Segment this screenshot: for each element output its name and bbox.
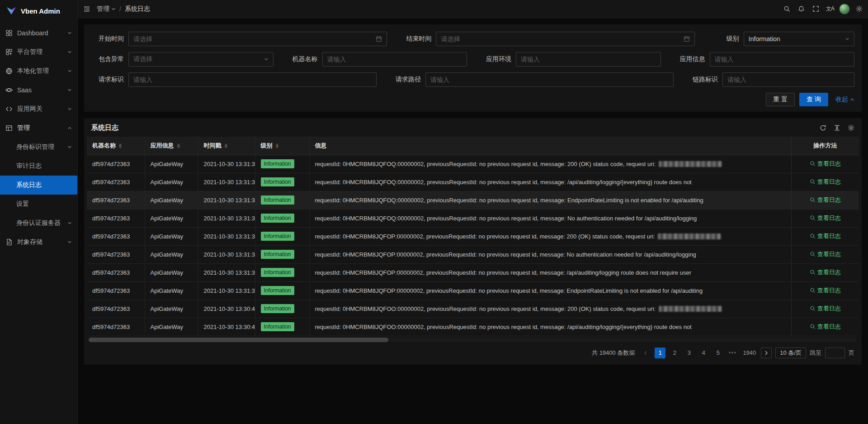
- jump-suffix: 页: [849, 349, 854, 357]
- sidebar-item[interactable]: 系统日志: [0, 176, 77, 195]
- cell-app: ApiGateWay: [145, 227, 198, 245]
- sidebar-item[interactable]: 设置: [0, 195, 77, 214]
- text-input-wrap[interactable]: [516, 52, 661, 67]
- view-log-link[interactable]: 查看日志: [810, 160, 841, 168]
- date-picker[interactable]: [128, 32, 387, 46]
- text-input[interactable]: [133, 76, 372, 83]
- next-page-button[interactable]: [761, 348, 772, 358]
- view-log-link[interactable]: 查看日志: [810, 286, 841, 295]
- select[interactable]: Information: [744, 32, 854, 46]
- sidebar-item[interactable]: 对象存储: [0, 233, 77, 252]
- jump-input[interactable]: [825, 348, 845, 358]
- chevron-up-icon: [67, 126, 72, 130]
- settings-icon[interactable]: [852, 0, 866, 18]
- view-log-link[interactable]: 查看日志: [810, 214, 841, 222]
- sort-icon[interactable]: [118, 143, 122, 148]
- level-badge: Information: [261, 304, 294, 313]
- text-input[interactable]: [727, 76, 849, 83]
- view-log-link[interactable]: 查看日志: [810, 232, 841, 240]
- page-button[interactable]: 3: [684, 348, 694, 358]
- text-input-wrap[interactable]: [425, 72, 674, 87]
- jump-label: 跳至: [810, 349, 821, 357]
- level-badge: Information: [261, 195, 294, 205]
- text-input-wrap[interactable]: [722, 72, 854, 87]
- column-header: 操作方法: [791, 137, 859, 155]
- sort-icon[interactable]: [224, 143, 228, 148]
- date-picker[interactable]: [436, 32, 694, 46]
- cell-level: Information: [255, 263, 309, 281]
- column-header[interactable]: 应用信息: [145, 137, 198, 155]
- sidebar-item[interactable]: 审计日志: [0, 157, 77, 176]
- logo[interactable]: Vben Admin: [0, 0, 77, 22]
- settings-icon[interactable]: [848, 124, 854, 131]
- text-input-wrap[interactable]: [710, 52, 855, 67]
- sidebar-item-label: 本地化管理: [17, 67, 63, 75]
- filter-panel: 开始时间结束时间级别Information包含异常请选择机器名称应用环境应用信息…: [84, 24, 862, 112]
- text-input[interactable]: [521, 56, 656, 63]
- sidebar-item[interactable]: 本地化管理: [0, 62, 77, 81]
- view-log-link[interactable]: 查看日志: [810, 196, 841, 204]
- page-button[interactable]: 1: [655, 348, 665, 358]
- column-header[interactable]: 时间戳: [198, 137, 255, 155]
- view-log-link[interactable]: 查看日志: [810, 250, 841, 258]
- search-icon[interactable]: [779, 0, 794, 18]
- cell-timestamp: 2021-10-30 13:31:38: [198, 191, 255, 209]
- column-header[interactable]: 级别: [255, 137, 309, 155]
- cell-app: ApiGateWay: [145, 173, 198, 191]
- page-button[interactable]: 1940: [741, 348, 757, 358]
- avatar[interactable]: [837, 0, 852, 18]
- fullscreen-icon[interactable]: [808, 0, 823, 18]
- column-header-label: 时间戳: [204, 142, 222, 149]
- pagination: 共 19400 条数据12345•••194010 条/页跳至页: [84, 342, 862, 361]
- sidebar-item[interactable]: 身份标识管理: [0, 138, 77, 157]
- cell-app: ApiGateWay: [145, 191, 198, 209]
- page-button[interactable]: 5: [712, 348, 723, 358]
- sidebar-item-label: 审计日志: [16, 162, 72, 170]
- cell-app: ApiGateWay: [145, 300, 198, 318]
- cell-action: 查看日志: [791, 191, 859, 209]
- breadcrumb-item[interactable]: 管理: [97, 5, 116, 13]
- cell-message: requestId: 0HMCRBM8JQFOQ:00000002, previ…: [309, 209, 791, 227]
- view-log-link[interactable]: 查看日志: [810, 268, 841, 276]
- prev-page-button[interactable]: [640, 348, 651, 358]
- bell-icon[interactable]: [794, 0, 808, 18]
- cell-machine: df5974d72363: [87, 300, 145, 318]
- text-input-wrap[interactable]: [128, 72, 377, 87]
- select[interactable]: 请选择: [128, 52, 274, 67]
- sidebar-item[interactable]: 管理: [0, 119, 77, 138]
- sort-icon[interactable]: [177, 143, 180, 148]
- sidebar-item[interactable]: 应用网关: [0, 100, 77, 119]
- text-input-wrap[interactable]: [322, 52, 467, 67]
- horizontal-scrollbar[interactable]: [89, 338, 857, 342]
- page-button[interactable]: 2: [669, 348, 680, 358]
- text-input[interactable]: [327, 56, 462, 63]
- reset-button[interactable]: 重 置: [766, 93, 795, 106]
- sidebar-item[interactable]: Dashboard: [0, 24, 77, 43]
- sort-icon[interactable]: [275, 143, 279, 148]
- column-height-icon[interactable]: [834, 124, 840, 131]
- view-log-link[interactable]: 查看日志: [810, 323, 841, 331]
- cell-action: 查看日志: [791, 245, 859, 263]
- scrollbar-thumb[interactable]: [89, 338, 388, 342]
- chevron-down-icon: [67, 145, 72, 149]
- sidebar-item[interactable]: Saas: [0, 81, 77, 100]
- sidebar-item[interactable]: 身份认证服务器: [0, 214, 77, 233]
- query-button[interactable]: 查 询: [799, 93, 828, 106]
- text-input[interactable]: [715, 56, 850, 63]
- refresh-icon[interactable]: [820, 124, 826, 131]
- page-button[interactable]: 4: [698, 348, 709, 358]
- view-log-link[interactable]: 查看日志: [810, 178, 841, 186]
- saas-icon: [5, 86, 13, 94]
- collapse-link[interactable]: 收起: [835, 95, 854, 104]
- view-log-label: 查看日志: [817, 305, 841, 313]
- menu-fold-icon[interactable]: [83, 5, 90, 13]
- view-log-link[interactable]: 查看日志: [810, 305, 841, 313]
- translate-icon[interactable]: 文A: [823, 0, 837, 18]
- column-header[interactable]: 机器名称: [87, 137, 145, 155]
- date-input[interactable]: [441, 35, 680, 43]
- page-size-select[interactable]: 10 条/页: [775, 348, 806, 358]
- text-input[interactable]: [430, 76, 669, 83]
- sidebar-item[interactable]: 平台管理: [0, 43, 77, 62]
- date-input[interactable]: [133, 35, 373, 43]
- page-button[interactable]: •••: [727, 348, 738, 358]
